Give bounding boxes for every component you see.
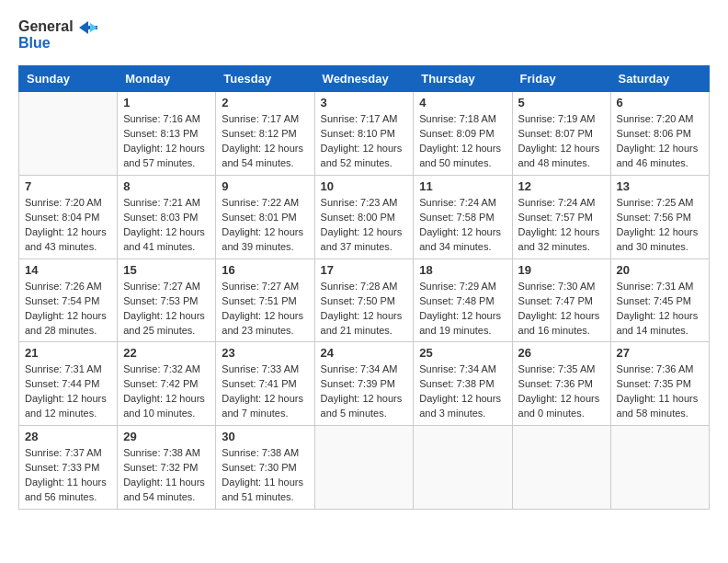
calendar-day-17: 17Sunrise: 7:28 AM Sunset: 7:50 PM Dayli… <box>314 259 414 342</box>
calendar-day-7: 7Sunrise: 7:20 AM Sunset: 8:04 PM Daylig… <box>19 175 118 259</box>
calendar-day-29: 29Sunrise: 7:38 AM Sunset: 7:32 PM Dayli… <box>118 426 216 510</box>
calendar-day-13: 13Sunrise: 7:25 AM Sunset: 7:56 PM Dayli… <box>610 175 709 259</box>
day-content: Sunrise: 7:33 AM Sunset: 7:41 PM Dayligh… <box>222 362 308 421</box>
calendar-day-9: 9Sunrise: 7:22 AM Sunset: 8:01 PM Daylig… <box>216 175 314 259</box>
day-content: Sunrise: 7:28 AM Sunset: 7:50 PM Dayligh… <box>321 280 408 339</box>
day-content: Sunrise: 7:31 AM Sunset: 7:44 PM Dayligh… <box>25 362 111 421</box>
calendar-empty-cell <box>610 426 709 510</box>
calendar-week-row: 1Sunrise: 7:16 AM Sunset: 8:13 PM Daylig… <box>19 92 710 176</box>
calendar-week-row: 7Sunrise: 7:20 AM Sunset: 8:04 PM Daylig… <box>19 175 710 259</box>
day-number: 22 <box>123 346 210 360</box>
day-content: Sunrise: 7:27 AM Sunset: 7:51 PM Dayligh… <box>222 280 308 339</box>
calendar-day-23: 23Sunrise: 7:33 AM Sunset: 7:41 PM Dayli… <box>216 342 314 426</box>
calendar-day-12: 12Sunrise: 7:24 AM Sunset: 7:57 PM Dayli… <box>512 175 610 259</box>
calendar-day-11: 11Sunrise: 7:24 AM Sunset: 7:58 PM Dayli… <box>414 175 512 259</box>
day-number: 17 <box>321 263 408 277</box>
day-number: 9 <box>222 179 308 193</box>
day-number: 21 <box>25 346 111 360</box>
calendar-day-18: 18Sunrise: 7:29 AM Sunset: 7:48 PM Dayli… <box>414 259 512 342</box>
calendar-empty-cell <box>19 92 118 176</box>
day-number: 19 <box>518 263 605 277</box>
day-number: 6 <box>617 96 703 109</box>
calendar-day-10: 10Sunrise: 7:23 AM Sunset: 8:00 PM Dayli… <box>314 175 414 259</box>
day-content: Sunrise: 7:25 AM Sunset: 7:56 PM Dayligh… <box>617 196 703 255</box>
day-number: 2 <box>222 96 308 109</box>
day-content: Sunrise: 7:17 AM Sunset: 8:12 PM Dayligh… <box>222 112 308 171</box>
day-content: Sunrise: 7:24 AM Sunset: 7:58 PM Dayligh… <box>419 196 506 255</box>
svg-marker-1 <box>90 23 97 32</box>
calendar-day-3: 3Sunrise: 7:17 AM Sunset: 8:10 PM Daylig… <box>314 92 414 176</box>
day-content: Sunrise: 7:38 AM Sunset: 7:32 PM Dayligh… <box>123 446 210 505</box>
day-content: Sunrise: 7:37 AM Sunset: 7:33 PM Dayligh… <box>25 446 111 505</box>
day-number: 18 <box>419 263 506 277</box>
day-number: 20 <box>617 263 703 277</box>
day-content: Sunrise: 7:32 AM Sunset: 7:42 PM Dayligh… <box>123 362 210 421</box>
day-content: Sunrise: 7:34 AM Sunset: 7:38 PM Dayligh… <box>419 362 506 421</box>
day-content: Sunrise: 7:27 AM Sunset: 7:53 PM Dayligh… <box>123 280 210 339</box>
day-content: Sunrise: 7:18 AM Sunset: 8:09 PM Dayligh… <box>419 112 506 171</box>
day-content: Sunrise: 7:19 AM Sunset: 8:07 PM Dayligh… <box>518 112 605 171</box>
day-content: Sunrise: 7:20 AM Sunset: 8:04 PM Dayligh… <box>25 196 111 255</box>
calendar-day-8: 8Sunrise: 7:21 AM Sunset: 8:03 PM Daylig… <box>118 175 216 259</box>
calendar-header-row: SundayMondayTuesdayWednesdayThursdayFrid… <box>19 66 710 92</box>
col-header-thursday: Thursday <box>414 66 512 92</box>
calendar-empty-cell <box>414 426 512 510</box>
col-header-sunday: Sunday <box>19 66 118 92</box>
calendar-day-1: 1Sunrise: 7:16 AM Sunset: 8:13 PM Daylig… <box>118 92 216 176</box>
day-number: 16 <box>222 263 308 277</box>
day-content: Sunrise: 7:23 AM Sunset: 8:00 PM Dayligh… <box>321 196 408 255</box>
day-number: 30 <box>222 430 308 443</box>
calendar-day-15: 15Sunrise: 7:27 AM Sunset: 7:53 PM Dayli… <box>118 259 216 342</box>
logo-arrow-icon <box>79 21 97 34</box>
calendar-day-21: 21Sunrise: 7:31 AM Sunset: 7:44 PM Dayli… <box>19 342 118 426</box>
calendar-day-2: 2Sunrise: 7:17 AM Sunset: 8:12 PM Daylig… <box>216 92 314 176</box>
calendar-day-4: 4Sunrise: 7:18 AM Sunset: 8:09 PM Daylig… <box>414 92 512 176</box>
calendar-empty-cell <box>512 426 610 510</box>
col-header-wednesday: Wednesday <box>314 66 414 92</box>
day-content: Sunrise: 7:34 AM Sunset: 7:39 PM Dayligh… <box>321 362 408 421</box>
day-number: 10 <box>321 179 408 193</box>
calendar-day-25: 25Sunrise: 7:34 AM Sunset: 7:38 PM Dayli… <box>414 342 512 426</box>
logo: General Blue <box>18 18 97 51</box>
day-content: Sunrise: 7:31 AM Sunset: 7:45 PM Dayligh… <box>617 280 703 339</box>
day-content: Sunrise: 7:16 AM Sunset: 8:13 PM Dayligh… <box>123 112 210 171</box>
calendar-table: SundayMondayTuesdayWednesdayThursdayFrid… <box>18 65 710 510</box>
calendar-day-19: 19Sunrise: 7:30 AM Sunset: 7:47 PM Dayli… <box>512 259 610 342</box>
day-number: 1 <box>123 96 210 109</box>
day-number: 5 <box>518 96 605 109</box>
day-number: 12 <box>518 179 605 193</box>
day-number: 4 <box>419 96 506 109</box>
col-header-saturday: Saturday <box>610 66 709 92</box>
day-number: 29 <box>123 430 210 443</box>
calendar-day-20: 20Sunrise: 7:31 AM Sunset: 7:45 PM Dayli… <box>610 259 709 342</box>
col-header-friday: Friday <box>512 66 610 92</box>
day-number: 11 <box>419 179 506 193</box>
day-content: Sunrise: 7:36 AM Sunset: 7:35 PM Dayligh… <box>617 362 703 421</box>
day-content: Sunrise: 7:30 AM Sunset: 7:47 PM Dayligh… <box>518 280 605 339</box>
calendar-day-14: 14Sunrise: 7:26 AM Sunset: 7:54 PM Dayli… <box>19 259 118 342</box>
day-content: Sunrise: 7:21 AM Sunset: 8:03 PM Dayligh… <box>123 196 210 255</box>
page-header: General Blue <box>18 18 710 51</box>
day-number: 28 <box>25 430 111 443</box>
calendar-day-28: 28Sunrise: 7:37 AM Sunset: 7:33 PM Dayli… <box>19 426 118 510</box>
day-number: 15 <box>123 263 210 277</box>
day-content: Sunrise: 7:38 AM Sunset: 7:30 PM Dayligh… <box>222 446 308 505</box>
calendar-week-row: 14Sunrise: 7:26 AM Sunset: 7:54 PM Dayli… <box>19 259 710 342</box>
calendar-week-row: 21Sunrise: 7:31 AM Sunset: 7:44 PM Dayli… <box>19 342 710 426</box>
day-content: Sunrise: 7:35 AM Sunset: 7:36 PM Dayligh… <box>518 362 605 421</box>
calendar-day-16: 16Sunrise: 7:27 AM Sunset: 7:51 PM Dayli… <box>216 259 314 342</box>
day-number: 27 <box>617 346 703 360</box>
day-number: 24 <box>321 346 408 360</box>
calendar-day-6: 6Sunrise: 7:20 AM Sunset: 8:06 PM Daylig… <box>610 92 709 176</box>
col-header-monday: Monday <box>118 66 216 92</box>
calendar-day-30: 30Sunrise: 7:38 AM Sunset: 7:30 PM Dayli… <box>216 426 314 510</box>
day-number: 13 <box>617 179 703 193</box>
calendar-day-27: 27Sunrise: 7:36 AM Sunset: 7:35 PM Dayli… <box>610 342 709 426</box>
logo-container: General Blue <box>18 18 97 51</box>
day-content: Sunrise: 7:22 AM Sunset: 8:01 PM Dayligh… <box>222 196 308 255</box>
day-number: 26 <box>518 346 605 360</box>
day-number: 14 <box>25 263 111 277</box>
calendar-empty-cell <box>314 426 414 510</box>
calendar-day-22: 22Sunrise: 7:32 AM Sunset: 7:42 PM Dayli… <box>118 342 216 426</box>
col-header-tuesday: Tuesday <box>216 66 314 92</box>
